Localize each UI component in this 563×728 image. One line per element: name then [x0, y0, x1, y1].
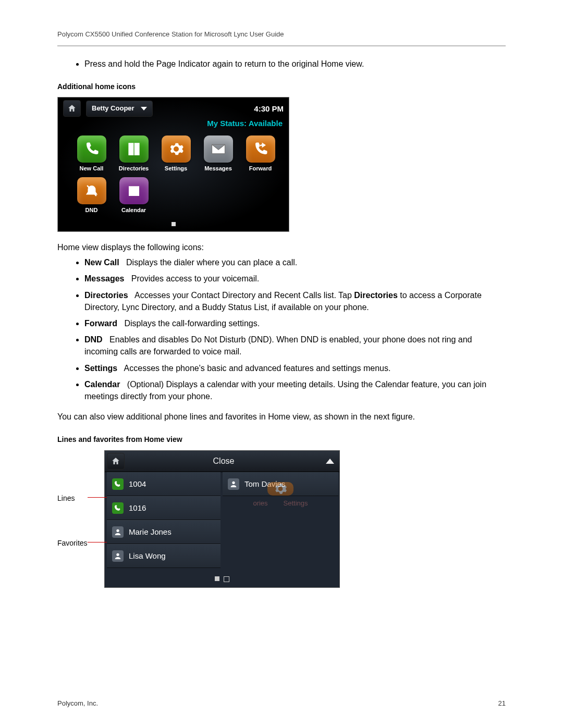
status-line: My Status: Available — [58, 117, 289, 132]
gear-icon — [168, 141, 184, 157]
row-label: Lisa Wong — [129, 550, 166, 562]
gear-tile — [162, 135, 191, 163]
callout-favorites: Favorites — [57, 538, 88, 548]
app-label: DND — [85, 206, 98, 215]
mail-icon — [211, 141, 226, 157]
person-icon — [112, 550, 124, 562]
row-label: 1016 — [129, 502, 146, 514]
phone-tile — [77, 135, 106, 163]
footer-company: Polycom, Inc. — [57, 699, 98, 707]
intro-bullet: Press and hold the Page Indicator again … — [84, 58, 506, 70]
app-label: Directories — [119, 165, 149, 173]
line-row[interactable]: 1016 — [107, 496, 221, 520]
icon-desc-item: Settings Accesses the phone's basic and … — [84, 362, 506, 374]
close-button[interactable]: Close — [127, 455, 321, 467]
app-new-call[interactable]: New Call — [72, 135, 111, 173]
phone-icon — [84, 141, 100, 157]
app-label: Calendar — [121, 206, 146, 215]
cal-tile — [119, 177, 149, 204]
row-label: 1004 — [129, 478, 146, 490]
app-forward[interactable]: Forward — [241, 135, 279, 173]
user-name: Betty Cooper — [92, 104, 134, 114]
home-button[interactable] — [63, 100, 81, 117]
app-directories[interactable]: Directories — [115, 135, 153, 173]
favorite-row[interactable]: Tom Davies — [223, 472, 338, 496]
cal-icon — [126, 183, 142, 199]
home-button[interactable] — [107, 453, 125, 470]
ghost-label-settings: Settings — [284, 499, 308, 509]
user-dropdown[interactable]: Betty Cooper — [86, 101, 153, 117]
ghost-label-directories: ories — [253, 499, 267, 509]
page-dot — [224, 576, 229, 582]
chevron-down-icon — [141, 107, 147, 110]
line-row[interactable]: 1004 — [107, 472, 221, 496]
icon-desc-item: Forward Displays the call-forwarding set… — [84, 317, 506, 329]
page-dot-active — [172, 222, 176, 226]
lines-favorites-intro: You can also view additional phone lines… — [57, 411, 506, 423]
app-dnd[interactable]: DND — [72, 177, 111, 215]
home-icon — [67, 104, 77, 113]
app-label: Messages — [204, 165, 232, 173]
row-label: Tom Davies — [244, 478, 285, 490]
dnd-icon — [84, 183, 100, 199]
person-icon — [112, 526, 124, 538]
home-icon — [111, 456, 120, 466]
figure-caption-1: Additional home icons — [57, 81, 506, 92]
icon-desc-item: Directories Accesses your Contact Direct… — [84, 289, 506, 313]
fwd-icon — [253, 141, 268, 157]
app-messages[interactable]: Messages — [199, 135, 237, 173]
home-view-screenshot: Betty Cooper 4:30 PM My Status: Availabl… — [57, 97, 289, 232]
icon-desc-item: DND Enables and disables Do Not Disturb … — [84, 334, 506, 357]
home-view-intro: Home view displays the following icons: — [57, 241, 506, 253]
handset-icon — [112, 502, 124, 514]
app-settings[interactable]: Settings — [157, 135, 195, 173]
app-label: New Call — [80, 165, 104, 173]
favorite-row[interactable]: Lisa Wong — [107, 544, 221, 568]
mail-tile — [204, 135, 233, 163]
book-tile — [119, 135, 149, 163]
row-label: Marie Jones — [129, 526, 172, 538]
app-calendar[interactable]: Calendar — [115, 177, 153, 215]
document-header: Polycom CX5500 Unified Conference Statio… — [57, 30, 506, 46]
icon-desc-item: New Call Displays the dialer where you c… — [84, 256, 506, 268]
lines-favorites-screenshot: Close 10041016Marie JonesLisa Wong Tom D… — [104, 450, 340, 588]
scroll-up-button[interactable] — [321, 459, 339, 464]
handset-icon — [112, 478, 124, 490]
figure-caption-2: Lines and favorites from Home view — [57, 434, 506, 445]
person-icon — [228, 478, 239, 490]
book-icon — [126, 141, 142, 157]
icon-desc-item: Calendar (Optional) Displays a calendar … — [84, 378, 506, 402]
footer-page-number: 21 — [498, 699, 506, 707]
dnd-tile — [77, 177, 106, 204]
chevron-up-icon — [326, 459, 334, 464]
page-indicator[interactable] — [105, 571, 339, 587]
icon-desc-item: Messages Provides access to your voicema… — [84, 273, 506, 285]
fwd-tile — [246, 135, 275, 163]
app-label: Forward — [249, 165, 272, 173]
page-dot — [215, 576, 219, 581]
page-indicator[interactable] — [58, 220, 289, 231]
callout-lines: Lines — [57, 493, 75, 503]
favorite-row[interactable]: Marie Jones — [107, 520, 221, 544]
clock: 4:30 PM — [254, 103, 284, 115]
app-label: Settings — [165, 165, 187, 173]
